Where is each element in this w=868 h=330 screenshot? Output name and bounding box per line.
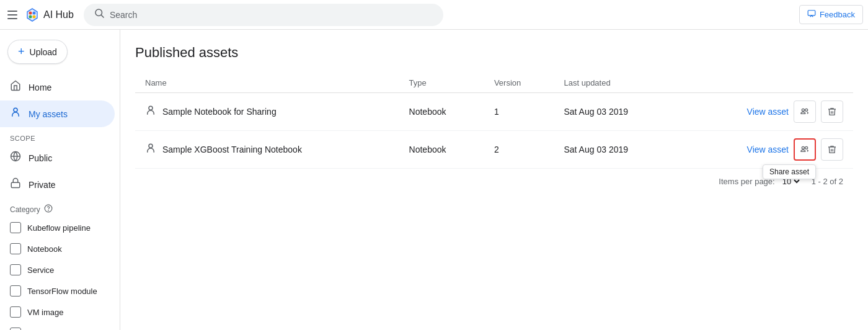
- private-label: Private: [29, 180, 56, 190]
- svg-point-5: [33, 15, 36, 18]
- kubeflow-icon: [10, 222, 21, 233]
- scope-section-label: Scope: [0, 127, 120, 145]
- table-row: Sample XGBoost Training Notebook Noteboo…: [135, 131, 853, 169]
- vm-image-icon: [10, 306, 21, 318]
- row1-share-button[interactable]: [794, 100, 816, 123]
- trained-model-icon: [10, 328, 21, 330]
- home-icon: [10, 80, 21, 94]
- category-item-service[interactable]: Service: [0, 259, 120, 280]
- sidebar-item-public[interactable]: Public: [0, 145, 115, 171]
- globe-icon: [10, 151, 21, 165]
- row1-name: Sample Notebook for Sharing: [162, 107, 277, 117]
- row2-actions-cell: View asset Share asset: [680, 131, 853, 169]
- row2-delete-button[interactable]: [821, 138, 843, 161]
- row2-type: Notebook: [399, 131, 484, 169]
- category-item-notebook[interactable]: Notebook: [0, 238, 120, 259]
- search-icon: [94, 7, 105, 22]
- notebook-label: Notebook: [27, 244, 62, 254]
- notebook-icon: [10, 243, 21, 254]
- row1-person-icon: [145, 105, 156, 119]
- public-label: Public: [29, 153, 52, 163]
- category-help-icon: [44, 204, 53, 215]
- col-name: Name: [135, 73, 399, 93]
- table-header: Name Type Version Last updated: [135, 73, 853, 93]
- row1-version: 1: [484, 93, 554, 131]
- service-label: Service: [27, 265, 54, 275]
- scope-nav: Public Private: [0, 145, 120, 198]
- col-actions: [680, 73, 853, 93]
- row2-version: 2: [484, 131, 554, 169]
- row1-actions-cell: View asset: [680, 93, 853, 131]
- svg-rect-8: [808, 11, 815, 16]
- layout: + Upload Home My assets: [0, 30, 868, 330]
- search-bar: [84, 4, 443, 26]
- vm-image-label: VM image: [27, 308, 64, 317]
- tensorflow-icon: [10, 285, 21, 297]
- svg-point-16: [149, 144, 153, 148]
- tensorflow-label: TensorFlow module: [27, 287, 97, 296]
- person-icon: [10, 107, 21, 121]
- col-version: Version: [484, 73, 554, 93]
- category-label: Category: [10, 205, 40, 214]
- kubeflow-label: Kubeflow pipeline: [27, 223, 91, 233]
- sidebar-item-my-assets[interactable]: My assets: [0, 100, 115, 127]
- category-item-trained-model[interactable]: Trained model: [0, 323, 120, 330]
- feedback-label: Feedback: [820, 10, 855, 19]
- row2-view-asset-link[interactable]: View asset: [747, 145, 789, 154]
- category-header: Category: [0, 198, 120, 217]
- lock-icon: [10, 177, 21, 192]
- svg-point-2: [29, 11, 32, 14]
- svg-line-7: [101, 15, 104, 17]
- row1-last-updated: Sat Aug 03 2019: [554, 93, 679, 131]
- share-tooltip: Share asset: [763, 164, 816, 179]
- assets-table: Name Type Version Last updated: [135, 73, 853, 169]
- svg-point-4: [29, 15, 32, 18]
- search-input[interactable]: [110, 10, 433, 20]
- topbar-right: Feedback: [799, 5, 863, 24]
- row2-share-tooltip-container: Share asset: [794, 138, 816, 161]
- upload-plus-icon: +: [18, 45, 25, 58]
- row2-last-updated: Sat Aug 03 2019: [554, 131, 679, 169]
- page-title: Published assets: [135, 45, 853, 61]
- svg-point-14: [48, 210, 48, 211]
- google-logo-icon: [25, 7, 40, 22]
- upload-button[interactable]: + Upload: [7, 40, 68, 64]
- feedback-button[interactable]: Feedback: [799, 5, 863, 24]
- topbar-left: AI Hub: [5, 7, 74, 22]
- my-assets-label: My assets: [29, 109, 68, 119]
- svg-rect-12: [11, 182, 20, 187]
- home-label: Home: [29, 82, 51, 92]
- table-row: Sample Notebook for Sharing Notebook 1 S…: [135, 93, 853, 131]
- main-content: Published assets Name Type Version Last …: [120, 30, 868, 330]
- row2-person-icon: [145, 143, 156, 157]
- app-name: AI Hub: [43, 9, 74, 20]
- feedback-icon: [807, 9, 816, 20]
- menu-icon[interactable]: [5, 7, 20, 22]
- topbar: AI Hub Feedback: [0, 0, 868, 30]
- row1-name-cell: Sample Notebook for Sharing: [135, 93, 399, 131]
- table-body: Sample Notebook for Sharing Notebook 1 S…: [135, 93, 853, 169]
- svg-point-9: [14, 108, 17, 112]
- sidebar-nav: Home My assets: [0, 74, 120, 127]
- sidebar: + Upload Home My assets: [0, 30, 120, 330]
- row2-name: Sample XGBoost Training Notebook: [162, 145, 302, 154]
- row1-delete-button[interactable]: [821, 100, 843, 123]
- table-footer: Items per page: 10 25 50 1 - 2 of 2: [135, 169, 853, 194]
- col-type: Type: [399, 73, 484, 93]
- page-range: 1 - 2 of 2: [812, 177, 843, 186]
- col-last-updated: Last updated: [554, 73, 679, 93]
- upload-label: Upload: [30, 47, 57, 57]
- category-item-tensorflow[interactable]: TensorFlow module: [0, 280, 120, 301]
- row2-share-button[interactable]: [794, 138, 816, 161]
- svg-point-15: [149, 106, 153, 110]
- category-item-vm-image[interactable]: VM image: [0, 301, 120, 323]
- sidebar-item-home[interactable]: Home: [0, 74, 115, 100]
- category-item-kubeflow[interactable]: Kubeflow pipeline: [0, 217, 120, 238]
- row1-view-asset-link[interactable]: View asset: [747, 107, 789, 117]
- logo[interactable]: AI Hub: [25, 7, 74, 22]
- svg-point-3: [33, 11, 36, 14]
- category-list: Kubeflow pipeline Notebook Service Tenso…: [0, 217, 120, 330]
- row1-type: Notebook: [399, 93, 484, 131]
- sidebar-item-private[interactable]: Private: [0, 171, 115, 198]
- svg-point-6: [95, 9, 102, 16]
